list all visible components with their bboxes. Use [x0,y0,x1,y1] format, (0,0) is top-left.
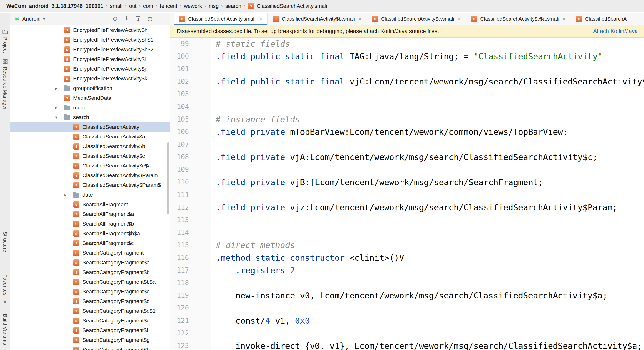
close-tab-icon[interactable]: × [358,16,362,22]
breadcrumb-item[interactable]: search [225,3,241,9]
tree-item[interactable]: sSearchCatagoryFragment$a [10,258,170,268]
tree-item[interactable]: sClassifiedSearchActivity$b [10,142,170,151]
editor-tab[interactable]: sClassifiedSearchActivity$c$a.smali× [466,12,571,25]
locate-selected-file-icon[interactable] [112,16,118,22]
tree-item[interactable]: sClassifiedSearchActivity$c [10,151,170,161]
breadcrumb-item[interactable]: msg [208,3,219,9]
tree-item[interactable]: sSearchAllFragment [10,200,170,209]
tree-item[interactable]: sSearchCatagoryFragment$e [10,316,170,326]
expand-all-icon[interactable] [135,16,142,22]
line-number[interactable]: 119 [170,289,189,302]
breadcrumb-item[interactable]: wework [184,3,202,9]
tree-item[interactable]: ▸groupnotification [10,83,170,93]
tree-item[interactable]: sEncryptedFilePreviewActivity$j [10,64,170,74]
code-editor[interactable]: 99# static fields100.field public static… [170,37,644,350]
tool-window-button-project[interactable]: Project [0,29,10,53]
chevron-collapsed-icon[interactable]: ▸ [55,86,64,91]
editor-tab[interactable]: sClassifiedSearchActivity$c.smali× [367,12,466,25]
chevron-expanded-icon[interactable]: ▾ [55,115,64,120]
tree-item[interactable]: sSearchAllFragment$b [10,219,170,229]
tree-item[interactable]: sSearchCatagoryFragment$d [10,297,170,306]
tree-item[interactable]: sSearchCatagoryFragment$f [10,326,170,335]
tree-item[interactable]: sClassifiedSearchActivity$a [10,132,170,142]
attach-sources-link[interactable]: Attach Kotlin/Java [593,28,638,35]
breadcrumb-item[interactable]: smali [110,3,122,9]
line-number[interactable]: 101 [170,63,189,75]
hide-tool-window-icon[interactable] [158,16,165,22]
collapse-all-icon[interactable] [124,16,130,22]
view-selector[interactable]: Android [22,16,41,22]
tree-item[interactable]: sSearchCatagoryFragment$b [10,268,170,277]
line-number[interactable]: 100 [170,50,189,63]
tree-item[interactable]: sSearchAllFragment$c [10,238,170,248]
line-number[interactable]: 102 [170,75,189,88]
settings-gear-icon[interactable] [147,16,153,22]
smali-file-icon: s [73,163,80,169]
close-tab-icon[interactable]: × [259,16,262,22]
tree-item[interactable]: sEncryptedFilePreviewActivity$h$1 [10,35,170,45]
tree-item[interactable]: sSearchCatagoryFragment$g [10,335,170,345]
line-number[interactable]: 111 [170,189,189,201]
editor-tab[interactable]: sClassifiedSearchActivity$b.smali× [268,12,367,25]
chevron-collapsed-icon[interactable]: ▸ [64,192,73,198]
breadcrumb-file[interactable]: ClassifiedSearchActivity.smali [256,3,327,9]
breadcrumb-item[interactable]: WeCom_android_3.1.18.17946_100001 [6,3,104,9]
tool-window-button-resource-manager[interactable]: Resource Manager [0,59,10,110]
line-number[interactable]: 120 [170,302,189,315]
line-number[interactable]: 108 [170,151,189,163]
smali-file-icon: s [64,46,70,53]
tool-window-button-structure[interactable]: Structure [0,232,10,253]
tree-item[interactable]: sSearchCatagoryFragment$h [10,345,170,350]
close-tab-icon[interactable]: × [562,16,566,22]
tree-scrollbar[interactable] [167,142,169,214]
line-number[interactable]: 112 [170,201,189,214]
line-number[interactable]: 115 [170,239,189,252]
tree-item[interactable]: ▸model [10,103,170,113]
line-number[interactable]: 116 [170,252,189,264]
tree-item[interactable]: sClassifiedSearchActivity [10,122,170,132]
line-number[interactable]: 114 [170,226,189,239]
line-number[interactable]: 122 [170,327,189,340]
line-number[interactable]: 123 [170,340,189,350]
breadcrumb-item[interactable]: tencent [160,3,177,9]
close-tab-icon[interactable]: × [458,16,461,22]
line-number[interactable]: 118 [170,277,189,289]
tree-item[interactable]: sClassifiedSearchActivity$Param [10,171,170,180]
tool-window-button-build-variants[interactable]: Build Variants [0,314,10,345]
tree-item[interactable]: sSearchAllFragment$a [10,209,170,219]
line-number[interactable]: 99 [170,37,189,50]
line-number[interactable]: 110 [170,176,189,189]
tree-item[interactable]: sClassifiedSearchActivity$c$a [10,161,170,171]
line-number[interactable]: 117 [170,264,189,277]
editor-tab[interactable]: sClassifiedSearchActivity.smali× [174,12,268,25]
tree-item[interactable]: ▾search [10,113,170,122]
tree-item[interactable]: sEncryptedFilePreviewActivity$h$2 [10,45,170,54]
line-number[interactable]: 104 [170,100,189,113]
tree-item[interactable]: sSearchCatagoryFragment$c [10,287,170,297]
tree-item[interactable]: sEncryptedFilePreviewActivity$i [10,54,170,64]
breadcrumb-item[interactable]: com [143,3,153,9]
tree-item[interactable]: sMediaSendData [10,93,170,103]
tree-item[interactable]: sSearchCatagoryFragment$d$1 [10,306,170,316]
chevron-down-icon[interactable]: ▾ [43,17,45,21]
tree-item[interactable]: sClassifiedSearchActivity$Param$ [10,180,170,190]
tree-item[interactable]: sEncryptedFilePreviewActivity$k [10,74,170,83]
tree-item[interactable]: ▸date [10,190,170,200]
tree-item[interactable]: sEncryptedFilePreviewActivity$h [10,25,170,35]
line-number[interactable]: 121 [170,315,189,327]
line-number[interactable]: 107 [170,138,189,151]
project-tree[interactable]: sEncryptedFilePreviewActivity$hsEncrypte… [10,25,170,350]
tool-window-button-favorites[interactable]: Favorites★ [0,275,10,304]
tree-item[interactable]: sSearchCatagoryFragment [10,248,170,258]
code-line: 108.field private vjA:Lcom/tencent/wewor… [170,151,644,163]
tree-item[interactable]: sSearchAllFragment$b$a [10,229,170,238]
line-number[interactable]: 105 [170,113,189,126]
line-number[interactable]: 103 [170,88,189,100]
tree-item[interactable]: sSearchCatagoryFragment$b$a [10,277,170,287]
breadcrumb-item[interactable]: out [129,3,137,9]
line-number[interactable]: 109 [170,163,189,176]
line-number[interactable]: 113 [170,214,189,226]
chevron-collapsed-icon[interactable]: ▸ [55,105,64,110]
editor-tab[interactable]: sClassifiedSearchA [571,12,632,25]
line-number[interactable]: 106 [170,126,189,138]
